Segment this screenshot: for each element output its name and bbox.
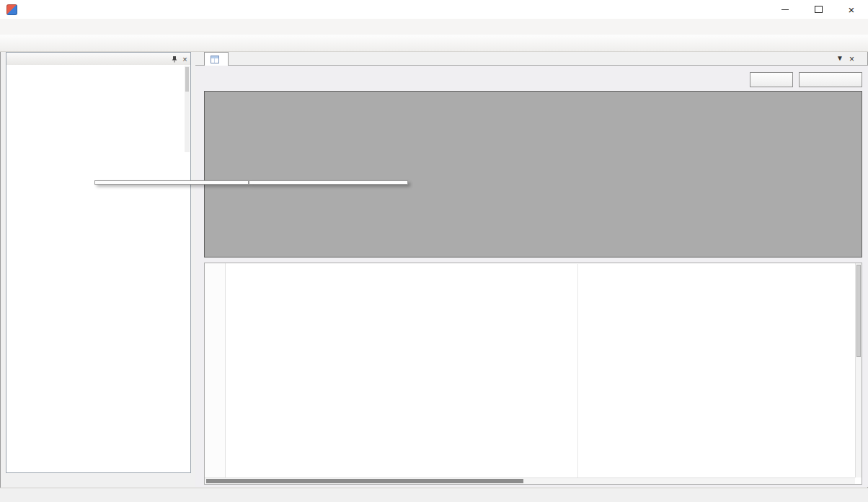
title-bar: × [0, 0, 868, 19]
database-tree [6, 65, 190, 472]
maximize-icon [815, 6, 823, 13]
sql-code-editor[interactable] [204, 263, 862, 485]
status-bar [0, 488, 868, 502]
maximize-button[interactable] [802, 0, 835, 19]
doc-close-icon[interactable]: × [849, 54, 854, 64]
panel-header: × [6, 53, 190, 66]
code-generation-submenu [249, 180, 408, 185]
line-number-gutter [205, 263, 226, 477]
minimize-icon [781, 9, 789, 10]
toolbar [0, 35, 868, 52]
app-icon [6, 4, 17, 15]
code-lines [225, 263, 854, 477]
code-vertical-scrollbar[interactable] [855, 263, 862, 477]
code-horizontal-scrollbar[interactable] [205, 477, 855, 484]
menu-bar [0, 19, 868, 35]
refresh-button[interactable] [750, 72, 793, 87]
minimize-button[interactable] [769, 0, 802, 19]
pin-icon[interactable] [169, 53, 180, 64]
set-field-alias-button[interactable] [799, 72, 862, 87]
tabstrip-line [195, 65, 868, 66]
close-button[interactable]: × [835, 0, 868, 19]
tab-table-basic-info[interactable] [204, 52, 229, 66]
tree-scrollbar[interactable] [185, 66, 190, 152]
panel-close-icon[interactable]: × [180, 53, 190, 64]
database-info-panel: × [6, 52, 191, 473]
vscroll-thumb[interactable] [856, 265, 861, 357]
hscroll-thumb[interactable] [206, 479, 523, 483]
doc-list-dropdown-icon[interactable]: ▼ [836, 54, 843, 64]
close-icon: × [849, 4, 855, 15]
context-menu [94, 180, 249, 185]
app-window: × × ▼ × [0, 0, 868, 502]
table-icon [211, 56, 219, 63]
field-grid [204, 91, 862, 257]
